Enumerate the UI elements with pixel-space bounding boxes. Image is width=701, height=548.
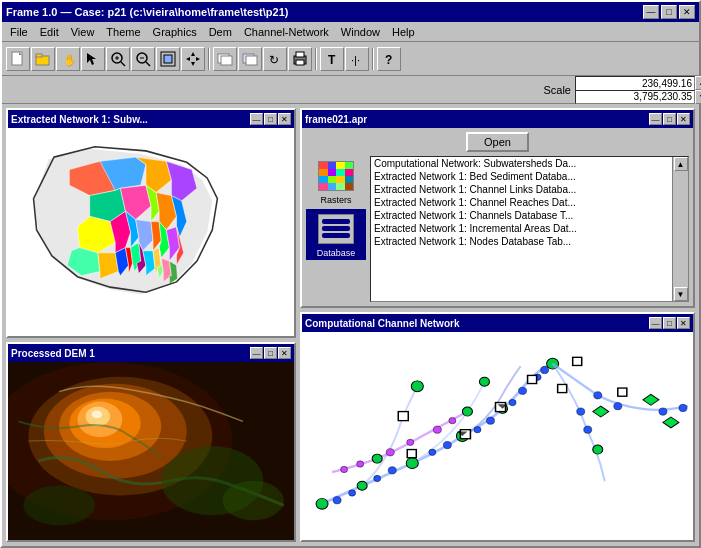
apr-scroll-up-button[interactable]: ▲ — [674, 157, 688, 171]
toolbar-next-button[interactable] — [238, 47, 262, 71]
right-panel: frame021.apr — □ ✕ Open — [300, 108, 695, 542]
scale-input-2[interactable] — [575, 90, 695, 104]
toolbar-prev-button[interactable] — [213, 47, 237, 71]
toolbar-zoom-out-button[interactable] — [131, 47, 155, 71]
close-button[interactable]: ✕ — [679, 5, 695, 19]
svg-point-54 — [333, 497, 341, 504]
channel-map-svg — [302, 332, 693, 540]
rasters-label: Rasters — [320, 195, 351, 205]
list-item[interactable]: Extracted Network 1: Channel Reaches Dat… — [371, 196, 672, 209]
main-window: Frame 1.0 — Case: p21 (c:\vieira\home\fr… — [0, 0, 701, 548]
dem-maximize-button[interactable]: □ — [264, 347, 277, 359]
list-item[interactable]: Computational Network: Subwatersheds Da.… — [371, 157, 672, 170]
toolbar-select-button[interactable] — [81, 47, 105, 71]
toolbar-pan-button[interactable] — [181, 47, 205, 71]
list-item[interactable]: Extracted Network 1: Channel Links Datab… — [371, 183, 672, 196]
channel-minimize-button[interactable]: — — [649, 317, 662, 329]
scale-down-button[interactable]: ▼ — [695, 90, 701, 104]
minimize-button[interactable]: — — [643, 5, 659, 19]
channel-canvas — [302, 332, 693, 540]
maximize-button[interactable]: □ — [661, 5, 677, 19]
channel-close-button[interactable]: ✕ — [677, 317, 690, 329]
apr-database-button[interactable]: Database — [306, 209, 366, 260]
raster-cell — [319, 169, 328, 176]
apr-rasters-button[interactable]: Rasters — [306, 156, 366, 207]
toolbar-cursor-button[interactable]: ·|· — [345, 47, 369, 71]
svg-rect-69 — [528, 375, 537, 383]
list-item[interactable]: Extracted Network 1: Incremental Areas D… — [371, 222, 672, 235]
svg-text:T: T — [328, 53, 336, 67]
network-close-button[interactable]: ✕ — [278, 113, 291, 125]
toolbar-hand-button[interactable]: ✋ — [56, 47, 80, 71]
db-row-3 — [322, 233, 350, 238]
svg-point-39 — [92, 410, 102, 418]
network-maximize-button[interactable]: □ — [264, 113, 277, 125]
svg-rect-14 — [164, 55, 172, 63]
left-panel: Extracted Network 1: Subw... — □ ✕ — [6, 108, 296, 542]
menu-graphics[interactable]: Graphics — [147, 25, 203, 39]
menu-channel-network[interactable]: Channel-Network — [238, 25, 335, 39]
apr-open-button[interactable]: Open — [466, 132, 529, 152]
rasters-icon — [316, 158, 356, 193]
toolbar-print-button[interactable] — [288, 47, 312, 71]
apr-close-button[interactable]: ✕ — [677, 113, 690, 125]
channel-maximize-button[interactable]: □ — [663, 317, 676, 329]
apr-scroll-down-button[interactable]: ▼ — [674, 287, 688, 301]
svg-marker-15 — [191, 52, 195, 56]
menu-help[interactable]: Help — [386, 25, 421, 39]
toolbar-zoom-in-button[interactable] — [106, 47, 130, 71]
apr-maximize-button[interactable]: □ — [663, 113, 676, 125]
svg-point-74 — [341, 466, 348, 472]
scale-input[interactable] — [575, 76, 695, 90]
channel-subwindow: Computational Channel Network — □ ✕ — [300, 312, 695, 542]
menu-file[interactable]: File — [4, 25, 34, 39]
apr-subwindow: frame021.apr — □ ✕ Open — [300, 108, 695, 308]
svg-point-52 — [462, 407, 472, 416]
menu-window[interactable]: Window — [335, 25, 386, 39]
svg-point-76 — [386, 449, 394, 456]
svg-point-45 — [357, 481, 367, 490]
content-area: Extracted Network 1: Subw... — □ ✕ — [2, 104, 699, 546]
toolbar-open-button[interactable] — [31, 47, 55, 71]
apr-minimize-button[interactable]: — — [649, 113, 662, 125]
svg-text:?: ? — [385, 53, 392, 67]
dem-close-button[interactable]: ✕ — [278, 347, 291, 359]
apr-content: Open — [302, 128, 693, 306]
list-item[interactable]: Extracted Network 1: Nodes Database Tab.… — [371, 235, 672, 248]
raster-cell — [345, 169, 354, 176]
dem-canvas — [8, 362, 294, 540]
apr-list-area: Computational Network: Subwatersheds Da.… — [370, 156, 689, 302]
toolbar-new-button[interactable] — [6, 47, 30, 71]
svg-point-61 — [486, 417, 494, 424]
svg-point-62 — [509, 399, 516, 405]
database-label: Database — [317, 248, 356, 258]
toolbar-refresh-button[interactable]: ↻ — [263, 47, 287, 71]
scale-up-button[interactable]: ▲ — [695, 76, 701, 90]
toolbar-zoom-extent-button[interactable] — [156, 47, 180, 71]
svg-point-87 — [577, 408, 585, 415]
raster-grid-icon — [318, 161, 354, 191]
raster-cell — [336, 183, 345, 190]
svg-rect-71 — [407, 450, 416, 458]
channel-title-bar: Computational Channel Network — □ ✕ — [302, 314, 693, 332]
svg-point-53 — [372, 454, 382, 463]
toolbar-separator-3 — [372, 48, 374, 70]
svg-point-56 — [374, 475, 381, 481]
menu-view[interactable]: View — [65, 25, 101, 39]
svg-rect-70 — [573, 357, 582, 365]
database-icon — [316, 211, 356, 246]
db-row-1 — [322, 219, 350, 224]
network-minimize-button[interactable]: — — [250, 113, 263, 125]
network-subwindow: Extracted Network 1: Subw... — □ ✕ — [6, 108, 296, 338]
channel-title-buttons: — □ ✕ — [649, 317, 690, 329]
toolbar-text-button[interactable]: T — [320, 47, 344, 71]
list-item[interactable]: Extracted Network 1: Channels Database T… — [371, 209, 672, 222]
list-item[interactable]: Extracted Network 1: Bed Sediment Databa… — [371, 170, 672, 183]
menu-dem[interactable]: Dem — [203, 25, 238, 39]
svg-point-88 — [584, 426, 592, 433]
dem-minimize-button[interactable]: — — [250, 347, 263, 359]
menu-edit[interactable]: Edit — [34, 25, 65, 39]
svg-marker-16 — [191, 62, 195, 66]
menu-theme[interactable]: Theme — [100, 25, 146, 39]
toolbar-help-button[interactable]: ? — [377, 47, 401, 71]
